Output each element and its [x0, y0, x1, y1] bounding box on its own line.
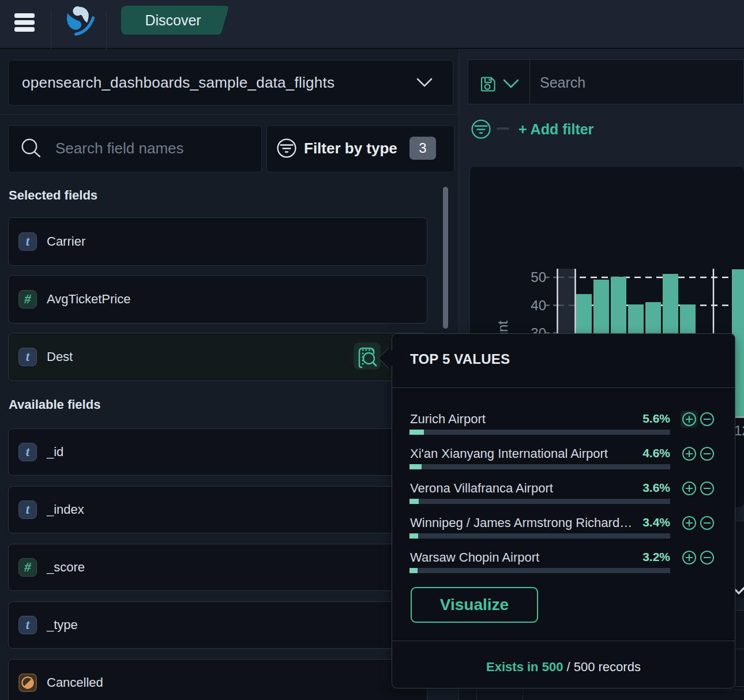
svg-text:Discover: Discover	[145, 12, 201, 28]
svg-text:40: 40	[531, 298, 546, 313]
svg-text:50: 50	[531, 269, 546, 285]
svg-text:12:00: 12:00	[734, 423, 744, 438]
